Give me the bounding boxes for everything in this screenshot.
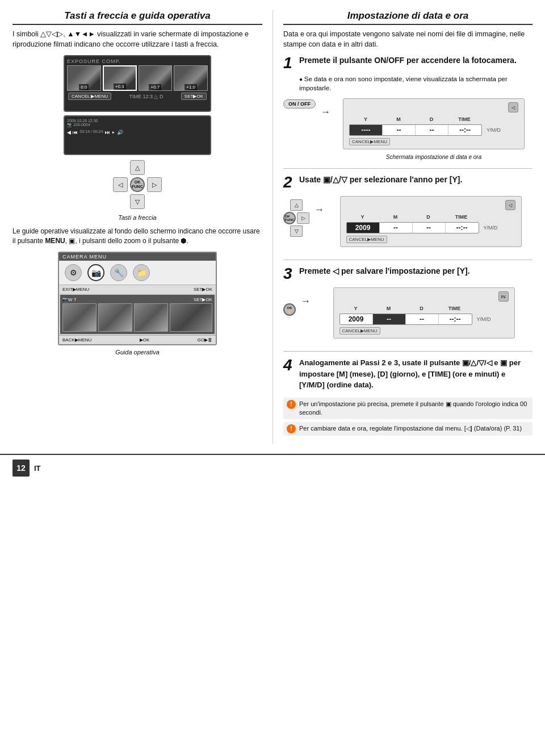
left-arrow-btn[interactable]: ◁: [113, 177, 128, 192]
menu-bottom-bar: BACK▶MENU ▶OK GO▶🗑: [59, 335, 216, 344]
col-d-2: D: [412, 214, 445, 220]
right-arrow-btn[interactable]: ▷: [147, 177, 162, 192]
page-number: 12: [12, 460, 30, 477]
up-arrow-btn[interactable]: △: [130, 160, 145, 175]
set-ok-2: SET▶OK: [194, 297, 212, 302]
top-left-empty: [112, 160, 128, 176]
exposure-bottom: CANCEL ▶MENU TIME 12:3 △ D SET▶OK: [67, 93, 208, 100]
cancel-btn-1[interactable]: CANCEL▶MENU: [349, 138, 390, 145]
dt-icon-3: IN: [498, 291, 509, 302]
down-arrow-btn[interactable]: ▽: [130, 194, 145, 209]
sn-center-3[interactable]: OK⚡: [283, 303, 296, 316]
down-button-cell: ▽: [129, 194, 145, 210]
screen-caption-1: Schermata impostazione di data e ora: [335, 154, 533, 160]
step-3-num: 3: [283, 266, 296, 282]
dt-val-d-2: --: [413, 223, 446, 233]
sn-right-2[interactable]: ▷: [297, 212, 309, 224]
sn-row-3: OK⚡: [283, 303, 296, 316]
step-1-num: 1: [283, 55, 296, 71]
up-button-cell: △: [129, 160, 145, 176]
step-3: 3 Premete ◁ per salvare l'impostazione p…: [283, 266, 533, 343]
ok-bottom: ▶OK: [140, 337, 150, 343]
exposure-label: EXPOSURE COMP.: [67, 59, 208, 64]
dt-val-t-2: --:--: [446, 223, 479, 233]
dt-value-row-3: 2009 -- -- --:-- Y/M/D: [339, 314, 509, 325]
thumb-4: +1.0: [174, 65, 208, 91]
sn-placeholder: [283, 291, 296, 302]
play-icon: ◀ ⏮: [67, 130, 78, 135]
step-2-header: 2 Usate ▣/△/▽ per selezionare l'anno per…: [283, 174, 533, 190]
playback-screen: 2009.10.26 12:30 📷 100-0004 ◀ ⏮ 00:14 / …: [64, 115, 211, 155]
sn-placeholder-2: [283, 317, 296, 328]
fwd-icon: ⏭ ▶: [105, 130, 115, 135]
menu-icons-row: ⚙ 📷 🔧 📁: [59, 261, 216, 285]
back-label: BACK▶MENU: [62, 337, 91, 343]
step-4-title: Analogamente ai Passi 2 e 3, usate il pu…: [299, 357, 533, 391]
right-column: Impostazione di data e ora Data e ora qu…: [272, 10, 533, 444]
dt-icon-2: ◁: [505, 200, 515, 210]
col-d-3: D: [405, 306, 438, 311]
on-off-button[interactable]: ON / OFF: [283, 99, 316, 108]
cancel-btn-3[interactable]: CANCEL▶MENU: [339, 327, 380, 335]
dt-val-y-1: ----: [350, 125, 383, 135]
arrow-right-1: →: [320, 106, 330, 118]
step-3-screen-area: OK⚡ → IN Y M D TIME: [283, 285, 533, 343]
playback-controls: ◀ ⏮ 00:14 / 00:24 ⏭ ▶ 🔊: [67, 130, 208, 135]
divider-3: [283, 351, 533, 352]
preview-thumbs-row: [62, 303, 212, 332]
ymd-1: Y/M/D: [487, 127, 501, 133]
center-button-cell: OKFUNC: [129, 177, 145, 193]
dt-val-m-3: --: [373, 314, 406, 324]
dt-values-3: 2009 -- -- --:--: [339, 314, 472, 325]
sn-center-2[interactable]: OKFUNC: [283, 212, 296, 224]
cancel-bar-3: CANCEL▶MENU: [339, 327, 509, 335]
note-text-2: Per cambiare data e ora, regolate l'impo…: [299, 424, 522, 433]
note-icon-2: !: [287, 424, 296, 433]
datetime-line: 2009.10.26 12:30: [67, 119, 208, 123]
cancel-bar-1: CANCEL▶MENU: [349, 138, 518, 145]
dt-val-y-3: 2009: [340, 314, 373, 324]
dt-val-t-1: --:--: [448, 125, 481, 135]
thumb-2: +0.3: [103, 65, 137, 91]
dt-values-1: ---- -- -- --:--: [349, 124, 482, 136]
dt-screen-3: IN Y M D TIME 2009 -- --: [333, 287, 515, 339]
sn-down-2[interactable]: ▽: [290, 225, 303, 237]
set-ok-label: SET▶OK: [194, 287, 212, 292]
sn-up-2[interactable]: △: [290, 199, 303, 211]
dt-top-icon-row: ◁: [349, 102, 518, 114]
guida-label: Guida operativa: [12, 349, 262, 356]
step-1-screen-area: ON / OFF → ◁ Y M D TIME: [283, 96, 533, 160]
thumb-1: 0:0: [67, 65, 101, 91]
step-2: 2 Usate ▣/△/▽ per selezionare l'anno per…: [283, 174, 533, 252]
preview-main-thumb: [170, 303, 212, 332]
menu-icon-settings: ⚙: [65, 264, 82, 281]
col-y-3: Y: [339, 306, 372, 311]
step-2-title: Usate ▣/△/▽ per selezionare l'anno per […: [299, 174, 462, 185]
guide-text: Le guide operative visualizzate al fondo…: [12, 227, 262, 246]
divider-1: [283, 168, 533, 169]
step-1: 1 Premete il pulsante ON/OFF per accende…: [283, 55, 533, 160]
step-2-dt-screen: ◁ Y M D TIME 2009 -- --: [329, 194, 533, 252]
col-y-1: Y: [349, 116, 382, 122]
right-button-cell: ▷: [146, 177, 162, 193]
step-3-header: 3 Premete ◁ per salvare l'impostazione p…: [283, 266, 533, 282]
step-2-screen-area: △ OKFUNC ▷ ▽ → ◁ Y M: [283, 194, 533, 252]
step-1-title: Premete il pulsante ON/OFF per accendere…: [299, 55, 517, 65]
duration: 00:14 / 00:24: [80, 130, 103, 135]
menu-bold: MENU: [45, 237, 65, 245]
step-4-header: 4 Analogamente ai Passi 2 e 3, usate il …: [283, 357, 533, 394]
step-1-left: ON / OFF: [283, 99, 316, 108]
time-label: TIME 12:3 △ D: [129, 94, 163, 99]
dt-values-2: 2009 -- -- --:--: [346, 222, 479, 233]
ymd-2: Y/M/D: [484, 225, 498, 231]
divider-2: [283, 260, 533, 260]
ok-func-btn[interactable]: OKFUNC: [130, 177, 145, 192]
col-m-1: M: [382, 116, 415, 122]
left-title: Tasti a freccia e guida operativa: [12, 10, 262, 25]
menu-screen: CAMERA MENU ⚙ 📷 🔧 📁 EXIT▶MENU SET▶OK 📷W …: [58, 252, 217, 345]
step-2-num: 2: [283, 174, 296, 190]
step-1-dt-screen: ◁ Y M D TIME ---- -- --: [335, 96, 533, 160]
dt-top-icon-row-2: ◁: [346, 200, 515, 212]
cancel-btn-2[interactable]: CANCEL▶MENU: [346, 236, 387, 243]
dt-val-y-2: 2009: [347, 223, 380, 233]
